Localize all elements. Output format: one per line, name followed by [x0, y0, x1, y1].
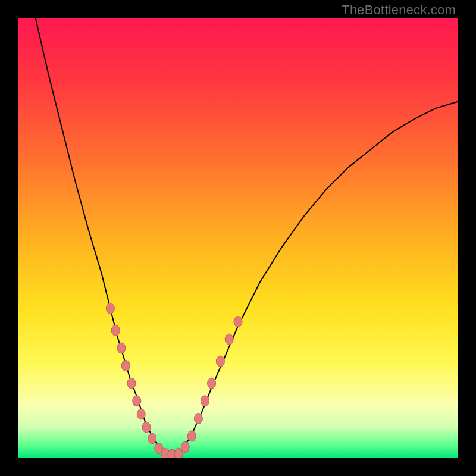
chart-frame [0, 0, 476, 476]
watermark-text: TheBottleneck.com [342, 2, 456, 18]
